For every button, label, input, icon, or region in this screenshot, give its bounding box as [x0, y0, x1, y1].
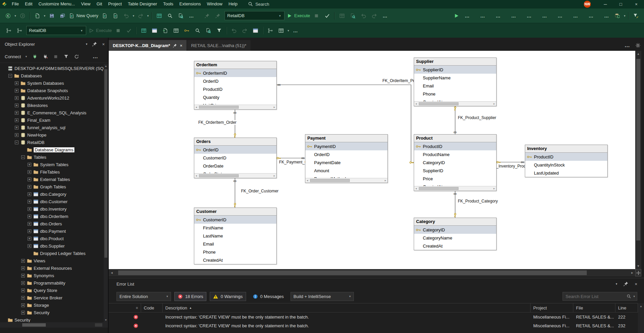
stop-icon[interactable]	[53, 54, 58, 59]
activity-monitor-button[interactable]	[154, 11, 165, 21]
expand-icon[interactable]: +	[15, 89, 19, 92]
menu-item-view[interactable]: View	[78, 0, 94, 8]
expand-icon[interactable]: +	[28, 229, 31, 233]
tree-item-dbo-inventory[interactable]: +dbo.Inventory	[0, 205, 108, 213]
scroll-left-icon[interactable]: ◄	[194, 105, 198, 109]
overflow-group-8-button[interactable]: …	[570, 11, 581, 21]
expand-icon[interactable]: +	[21, 266, 25, 270]
entity-horizontal-scrollbar[interactable]: ◄►	[414, 101, 496, 106]
new-project-button[interactable]	[32, 11, 43, 21]
overflow-group-4-button[interactable]: …	[508, 11, 519, 21]
display-estimated-plan-button[interactable]	[337, 11, 347, 21]
undo-caret-icon[interactable]: ▾	[132, 14, 135, 17]
autosize-tables-button[interactable]	[229, 26, 239, 35]
tree-item-filetables[interactable]: +FileTables	[0, 168, 108, 176]
field-row[interactable]: CreatedAt	[414, 242, 496, 250]
chevron-down-icon[interactable]: ▾	[633, 295, 635, 298]
menu-item-customize-menu[interactable]: Customize Menu...	[35, 0, 78, 8]
merge-tool-button[interactable]	[14, 26, 25, 35]
code-column-header[interactable]: Code	[141, 303, 163, 312]
new-xmla-query-button[interactable]	[110, 11, 121, 21]
field-row[interactable]: SupplierID	[414, 66, 496, 74]
entity-supplier[interactable]: SupplierSupplierIDSupplierNameEmailPhone…	[414, 58, 497, 106]
expand-icon[interactable]: +	[28, 178, 31, 181]
expand-icon[interactable]: +	[28, 215, 31, 218]
entity-horizontal-scrollbar[interactable]: ◄►	[305, 178, 387, 183]
expand-icon[interactable]: +	[28, 222, 31, 226]
scroll-left-icon[interactable]: ◄	[414, 186, 418, 191]
error-list-scrollbar[interactable]: ▲	[638, 303, 644, 333]
navigate-forward-button[interactable]	[17, 11, 28, 21]
expand-icon[interactable]: +	[28, 207, 31, 211]
field-row[interactable]: LastName	[194, 232, 276, 240]
tab-sql-query[interactable]: RETAIL SALE...\natha (51))*	[187, 40, 250, 51]
new-mdx-query-button[interactable]	[99, 11, 110, 21]
field-row[interactable]: SupplierName	[414, 74, 496, 82]
overflow-group-7-button[interactable]: …	[555, 11, 566, 21]
menu-search[interactable]: Search	[248, 1, 269, 7]
disconnect-server-icon[interactable]	[43, 54, 48, 59]
entity-title[interactable]: Orders	[194, 138, 276, 146]
collapse-icon[interactable]: −	[21, 155, 25, 159]
entity-orders[interactable]: OrdersOrderIDCustomerIDOrderDateOrderSta…	[194, 138, 277, 178]
entity-title[interactable]: Product	[414, 135, 496, 142]
scrollbar-thumb[interactable]	[419, 187, 459, 190]
tree-item-dbo-product[interactable]: +dbo.Product	[0, 235, 108, 242]
error-row[interactable]: Incorrect syntax: 'CREATE VIEW' must be …	[109, 321, 644, 330]
expand-icon[interactable]: +	[28, 192, 31, 196]
tree-item-programmability[interactable]: +Programmability	[0, 279, 108, 287]
scrollbar-thumb[interactable]	[104, 69, 107, 258]
field-row[interactable]: CategoryName	[414, 234, 496, 242]
entity-horizontal-scrollbar[interactable]: ◄►	[194, 173, 276, 178]
tree-item-security[interactable]: +Security	[0, 309, 108, 316]
scrollbar-thumb[interactable]	[310, 179, 350, 182]
expand-icon[interactable]: +	[15, 133, 19, 137]
severity-column-header[interactable]: ≡	[109, 303, 141, 312]
pin-messages-button[interactable]	[212, 11, 223, 21]
scroll-up-icon[interactable]: ▲	[638, 304, 644, 308]
cancel-query-button[interactable]	[113, 26, 124, 35]
field-row[interactable]: Quantity	[194, 93, 276, 101]
scroll-left-icon[interactable]: ◄	[109, 269, 114, 276]
expand-icon[interactable]: +	[28, 170, 31, 174]
build-source-combo[interactable]: Build + IntelliSense▾	[291, 292, 354, 301]
entity-customer[interactable]: CustomerCustomerIDFirstNameLastNameEmail…	[194, 208, 277, 264]
entity-title[interactable]: Inventory	[525, 145, 607, 153]
expand-icon[interactable]: +	[21, 259, 25, 263]
expand-icon[interactable]: +	[28, 237, 31, 240]
menu-item-table-designer[interactable]: Table Designer	[125, 0, 160, 8]
menu-item-project[interactable]: Project	[105, 0, 125, 8]
scroll-right-icon[interactable]: ►	[630, 269, 635, 276]
field-row[interactable]: OrderID	[194, 77, 276, 85]
expand-icon[interactable]: +	[28, 185, 31, 189]
expand-icon[interactable]: +	[21, 311, 25, 314]
navigate-backward-caret-icon[interactable]: ▾	[13, 14, 17, 17]
scroll-right-icon[interactable]: ►	[492, 102, 496, 106]
execute-button[interactable]: Execute	[286, 11, 311, 21]
execute-button[interactable]: Execute	[88, 26, 113, 35]
expand-icon[interactable]: +	[28, 163, 31, 166]
zoom-button[interactable]	[192, 26, 203, 35]
search-icon[interactable]	[626, 294, 631, 299]
redo-caret-icon[interactable]: ▾	[146, 14, 150, 17]
object-explorer-horizontal-scrollbar[interactable]	[0, 322, 108, 328]
canvas-horizontal-scrollbar[interactable]: ◄ ►	[109, 269, 635, 276]
entity-title[interactable]: Supplier	[414, 58, 496, 66]
overflow-group-1-button[interactable]: …	[462, 11, 473, 21]
chevron-down-icon[interactable]: ▾	[616, 282, 617, 286]
line-column-header[interactable]: Line	[615, 303, 638, 312]
connect-button[interactable]: Connect ▾	[5, 54, 27, 59]
relationships-button[interactable]	[265, 26, 276, 35]
gear-icon[interactable]	[635, 43, 641, 48]
tree-item-final-exam[interactable]: +Final_Exam	[0, 116, 108, 124]
expand-icon[interactable]: +	[15, 118, 19, 122]
designer-caret-icon[interactable]: ▾	[286, 29, 290, 32]
entity-payment[interactable]: PaymentPaymentIDOrderIDPaymentDateAmount…	[305, 134, 388, 183]
standard-overflow-button[interactable]: …	[186, 11, 197, 21]
file-column-header[interactable]: File	[573, 303, 615, 312]
object-explorer-vertical-scrollbar[interactable]: ▲ ▼	[104, 64, 108, 322]
tree-item-bikestores[interactable]: +Bikestores	[0, 102, 108, 109]
scrollbar-thumb[interactable]	[199, 106, 239, 109]
field-row[interactable]: OrderID	[194, 146, 276, 154]
tree-item-dbo-customer[interactable]: +dbo.Customer	[0, 198, 108, 205]
